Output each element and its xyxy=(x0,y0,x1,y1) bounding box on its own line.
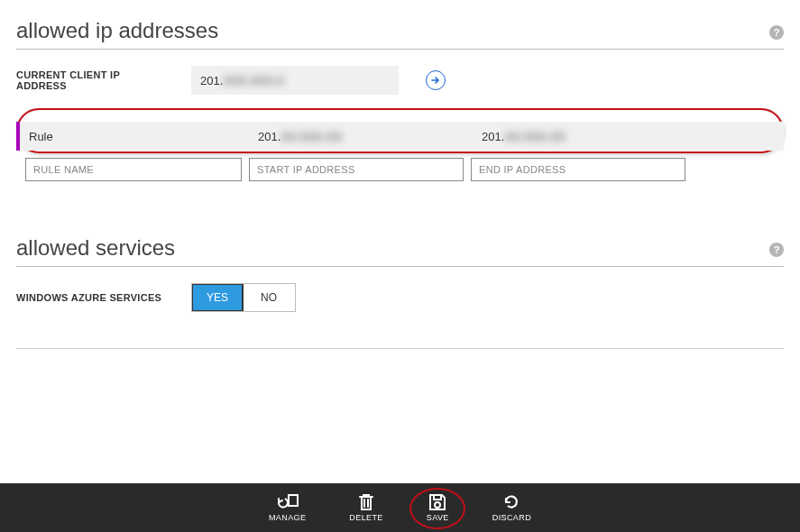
current-ip-row: CURRENT CLIENT IP ADDRESS 201.XXX.XXX.X xyxy=(16,66,784,95)
firewall-rule-row[interactable]: Rule 201.XX.XXX.XX 201.XX.XXX.XX xyxy=(16,122,784,151)
discard-icon xyxy=(502,493,520,511)
toggle-yes[interactable]: YES xyxy=(191,283,244,312)
save-button[interactable]: SAVE xyxy=(427,493,449,522)
rule-name-input[interactable] xyxy=(25,158,242,181)
rule-end-ip-input[interactable] xyxy=(471,158,685,181)
current-ip-label: CURRENT CLIENT IP ADDRESS xyxy=(16,69,170,91)
add-current-ip-button[interactable] xyxy=(426,70,446,90)
manage-button[interactable]: MANAGE xyxy=(269,493,306,522)
command-bar: MANAGE DELETE SAVE DISCARD xyxy=(0,483,800,532)
azure-services-toggle[interactable]: YES NO xyxy=(191,283,296,312)
allowed-ip-header: allowed ip addresses ? xyxy=(16,18,784,50)
trash-icon xyxy=(358,493,374,511)
allowed-services-header: allowed services ? xyxy=(16,235,784,267)
delete-button[interactable]: DELETE xyxy=(349,493,382,522)
toggle-no[interactable]: NO xyxy=(243,284,295,311)
current-ip-value: 201.XXX.XXX.X xyxy=(191,66,399,95)
rule-start-ip-input[interactable] xyxy=(249,158,464,181)
allowed-ip-title: allowed ip addresses xyxy=(16,18,218,43)
section-divider xyxy=(16,348,784,349)
new-rule-inputs xyxy=(25,158,784,181)
azure-services-row: WINDOWS AZURE SERVICES YES NO xyxy=(16,283,784,312)
save-icon xyxy=(428,493,446,511)
azure-services-label: WINDOWS AZURE SERVICES xyxy=(16,292,170,303)
help-icon[interactable]: ? xyxy=(769,25,784,40)
rule-name-cell: Rule xyxy=(20,122,249,151)
rule-start-cell: 201.XX.XXX.XX xyxy=(249,122,473,151)
discard-button[interactable]: DISCARD xyxy=(492,493,531,522)
svg-rect-0 xyxy=(434,495,441,500)
manage-icon xyxy=(276,493,299,511)
help-icon[interactable]: ? xyxy=(769,243,784,257)
arrow-right-icon xyxy=(430,75,441,86)
svg-point-1 xyxy=(435,502,440,508)
allowed-services-title: allowed services xyxy=(16,235,175,261)
rule-end-cell: 201.XX.XXX.XX xyxy=(473,122,784,151)
